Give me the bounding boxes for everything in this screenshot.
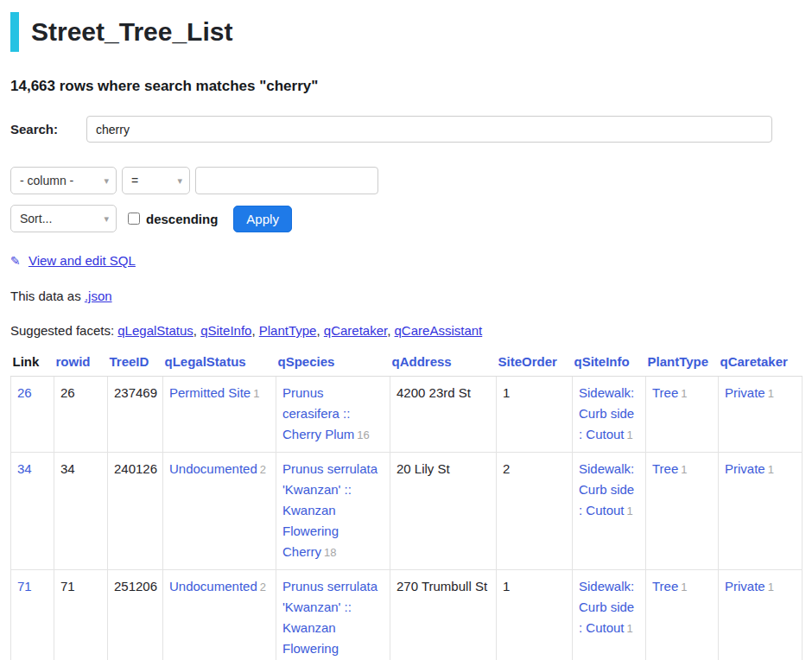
site-order-cell: 2 [497,453,573,570]
json-export-link[interactable]: .json [85,289,112,303]
column-sort-link-qLegalStatus[interactable]: qLegalStatus [165,354,246,369]
column-header-qCaretaker: qCaretaker [719,351,802,377]
treeid-cell: 251206 [108,570,163,660]
rowid-cell: 26 [54,377,108,453]
rowid-cell: 71 [54,570,108,660]
site-order-cell: 1 [497,377,573,453]
table-body: 2626237469Permitted Site1Prunus cerasife… [11,377,802,660]
plant-type-cell: Tree1 [646,377,719,453]
column-sort-link-qCaretaker[interactable]: qCaretaker [720,354,788,369]
column-header-qAddress: qAddress [390,351,497,377]
page-header: Street_Tree_List [10,12,802,52]
view-edit-sql-link[interactable]: View and edit SQL [29,253,136,268]
plant-type-cell-count: 1 [681,581,687,593]
suggested-facets: Suggested facets: qLegalStatus, qSiteInf… [10,323,802,338]
sort-select[interactable]: Sort... [10,205,117,232]
link-cell: 71 [11,570,54,660]
column-select[interactable]: - column - [10,167,117,194]
column-header-qLegalStatus: qLegalStatus [163,351,276,377]
caretaker-cell-count: 1 [768,581,774,593]
site-info-cell: Sidewalk: Curb side : Cutout1 [573,570,646,660]
site-info-cell-link[interactable]: Sidewalk: Curb side : Cutout [579,385,634,441]
plant-type-cell: Tree1 [646,453,719,570]
address-cell: 4200 23rd St [390,377,497,453]
descending-label: descending [146,212,218,226]
plant-type-cell-link[interactable]: Tree [652,579,678,593]
caretaker-cell-link[interactable]: Private [725,385,765,400]
link-cell-link[interactable]: 71 [17,579,32,593]
operator-select[interactable]: = [122,167,190,194]
sort-row: Sort... ▾ descending Apply [10,205,802,232]
caretaker-cell: Private1 [719,377,802,453]
plant-type-cell-link[interactable]: Tree [652,461,678,476]
column-header-Link: Link [11,351,54,377]
column-header-qSiteInfo: qSiteInfo [573,351,646,377]
facet-link-qSiteInfo[interactable]: qSiteInfo [200,323,251,338]
species-cell-link[interactable]: Prunus cerasifera :: Cherry Plum [282,385,354,441]
species-cell-link[interactable]: Prunus serrulata 'Kwanzan' :: Kwanzan Fl… [282,461,377,559]
facet-link-PlantType[interactable]: PlantType [259,323,317,338]
legal-status-cell: Undocumented2 [163,570,276,660]
site-info-cell-link[interactable]: Sidewalk: Curb side : Cutout [579,461,634,517]
species-cell: Prunus serrulata 'Kwanzan' :: Kwanzan Fl… [276,570,390,660]
link-cell: 34 [11,453,54,570]
treeid-cell: 237469 [108,377,163,453]
link-cell-link[interactable]: 34 [17,461,32,476]
species-cell-count: 18 [324,546,336,559]
address-cell: 20 Lily St [390,453,497,570]
apply-button[interactable]: Apply [233,206,292,232]
species-cell-count: 16 [357,428,369,441]
column-sort-link-rowid[interactable]: rowid [56,354,91,369]
caretaker-cell-link[interactable]: Private [725,461,765,476]
column-sort-link-qAddress[interactable]: qAddress [392,354,452,369]
export-prefix: This data as [10,289,81,303]
plant-type-cell-link[interactable]: Tree [652,385,678,400]
plant-type-cell-count: 1 [681,463,687,476]
accent-bar [10,12,19,52]
row-count-summary: 14,663 rows where search matches "cherry… [10,78,802,95]
legal-status-cell-link[interactable]: Permitted Site [169,385,251,400]
search-row: Search: [10,116,802,143]
column-sort-link-PlantType[interactable]: PlantType [648,354,709,369]
search-label: Search: [10,122,86,136]
legal-status-cell-count: 2 [260,463,266,476]
plant-type-cell-count: 1 [681,387,687,400]
legal-status-cell-count: 2 [260,581,266,593]
page: Street_Tree_List 14,663 rows where searc… [0,0,812,660]
table-row: 3434240126Undocumented2Prunus serrulata … [11,453,802,570]
pencil-icon: ✎ [10,254,21,268]
export-line: This data as .json [10,289,802,303]
species-cell: Prunus serrulata 'Kwanzan' :: Kwanzan Fl… [276,453,390,570]
column-header-qSpecies: qSpecies [276,351,390,377]
site-info-cell: Sidewalk: Curb side : Cutout1 [573,377,646,453]
column-sort-link-qSpecies[interactable]: qSpecies [278,354,335,369]
column-sort-link-qSiteInfo[interactable]: qSiteInfo [574,354,630,369]
filter-row: - column - ▾ = ▾ [10,167,802,194]
facets-prefix: Suggested facets: [10,323,114,338]
column-sort-link-TreeID[interactable]: TreeID [110,354,149,369]
descending-checkbox[interactable] [128,213,140,225]
site-info-cell-link[interactable]: Sidewalk: Curb side : Cutout [579,579,634,635]
column-header-PlantType: PlantType [646,351,719,377]
site-info-cell-count: 1 [627,505,633,517]
facet-link-qCareAssistant[interactable]: qCareAssistant [395,323,483,338]
treeid-cell: 240126 [108,453,163,570]
column-header-SiteOrder: SiteOrder [497,351,573,377]
table-header-row: LinkrowidTreeIDqLegalStatusqSpeciesqAddr… [11,351,802,377]
filter-form: Search: - column - ▾ = ▾ Sort... [10,116,802,232]
filter-value-input[interactable] [195,167,378,194]
sql-line: ✎ View and edit SQL [10,253,802,268]
legal-status-cell-link[interactable]: Undocumented [169,579,257,593]
facet-link-qLegalStatus[interactable]: qLegalStatus [117,323,193,338]
legal-status-cell-link[interactable]: Undocumented [169,461,257,476]
species-cell-link[interactable]: Prunus serrulata 'Kwanzan' :: Kwanzan Fl… [282,579,377,660]
caretaker-cell-link[interactable]: Private [725,579,765,593]
site-info-cell-count: 1 [627,428,633,441]
column-sort-link-SiteOrder[interactable]: SiteOrder [498,354,557,369]
plant-type-cell: Tree1 [646,570,719,660]
search-input[interactable] [86,116,772,143]
legal-status-cell-count: 1 [253,387,259,400]
link-cell-link[interactable]: 26 [17,385,32,400]
rowid-cell: 34 [54,453,108,570]
facet-link-qCaretaker[interactable]: qCaretaker [324,323,387,338]
